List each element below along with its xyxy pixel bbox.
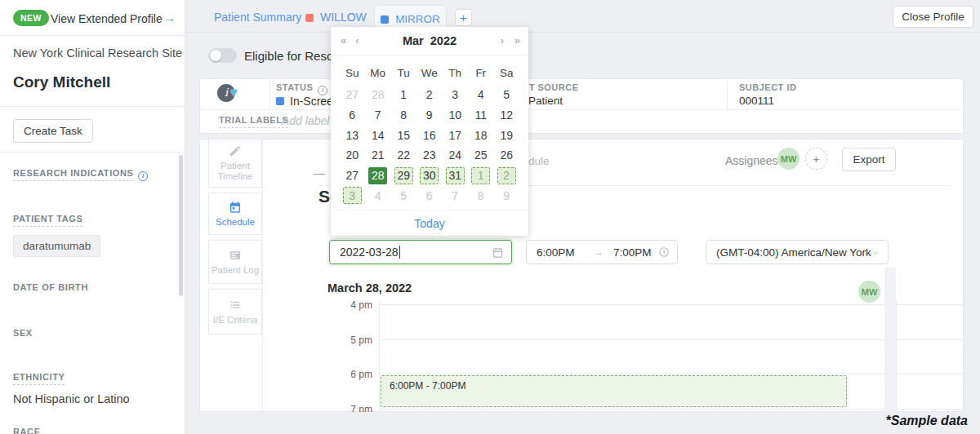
calendar-grid: 2728123456789101112131415161718192021222…	[331, 85, 528, 206]
calendar-day[interactable]: 5	[494, 85, 520, 105]
timeline-scrollbar[interactable]	[884, 268, 896, 412]
nav-tab-schedule[interactable]: Schedule	[208, 193, 262, 235]
calendar-day[interactable]: 1	[391, 85, 417, 105]
nav-tab-ie-criteria[interactable]: I/E Criteria	[208, 289, 262, 334]
nav-tab-patient-timeline[interactable]: Patient Timeline	[208, 139, 262, 188]
tab-willow[interactable]: WILLOW	[305, 11, 367, 24]
next-year-button[interactable]: »	[514, 34, 520, 46]
calendar-day[interactable]: 17	[443, 125, 469, 145]
calendar-day[interactable]: 12	[494, 105, 520, 126]
calendar-day[interactable]: 19	[494, 125, 520, 145]
sidebar: NEW View Extended Profile → New York Cli…	[0, 0, 185, 434]
calendar-day[interactable]: 18	[468, 125, 494, 145]
calendar-month[interactable]: Mar	[403, 34, 424, 47]
calendar-day[interactable]: 11	[468, 105, 494, 126]
calendar-day[interactable]: 26	[494, 145, 520, 166]
calendar-day[interactable]: 8	[468, 185, 494, 206]
hour-label: 4 pm	[325, 301, 372, 311]
calendar-dayname: Su	[340, 64, 366, 82]
calendar-day[interactable]: 9	[494, 185, 520, 206]
calendar-day[interactable]: 29	[391, 166, 417, 186]
calendar-day[interactable]: 14	[365, 125, 391, 145]
calendar-day[interactable]: 9	[416, 105, 443, 126]
today-link[interactable]: Today	[414, 217, 444, 230]
schedule-text-fragment: dule	[528, 155, 550, 167]
calendar-day[interactable]: 5	[391, 185, 417, 206]
hour-label: 7 pm	[325, 404, 372, 413]
event-block[interactable]: 6:00PM - 7:00PM	[381, 375, 847, 407]
view-extended-profile-link[interactable]: View Extended Profile	[51, 12, 163, 25]
nav-tab-patient-log[interactable]: Patient Log	[208, 240, 262, 284]
mirror-dot-icon	[381, 16, 389, 24]
info-icon[interactable]: i	[138, 171, 148, 181]
next-day-border	[896, 301, 897, 412]
calendar-day[interactable]: 27	[340, 85, 366, 105]
calendar-day[interactable]: 30	[416, 166, 443, 186]
willow-dot-icon	[305, 14, 314, 22]
date-input[interactable]: 2022-03-28	[329, 240, 512, 264]
add-label-input[interactable]: Add label	[282, 114, 329, 127]
calendar-day[interactable]: 31	[443, 166, 469, 186]
subject-id-value: 000111	[739, 95, 774, 107]
calendar-day[interactable]: 7	[443, 185, 469, 206]
calendar-dayname: Fr	[468, 64, 494, 82]
trial-labels-label: TRIAL LABELS	[219, 115, 288, 125]
sidebar-scrollbar[interactable]	[179, 155, 183, 296]
close-profile-button[interactable]: Close Profile	[893, 6, 973, 28]
toggle-knob	[210, 50, 221, 61]
text-caret	[399, 246, 400, 259]
assignees-label: Assignees	[725, 154, 778, 167]
calendar-day[interactable]: 23	[416, 145, 443, 166]
arrow-right-icon[interactable]: →	[163, 11, 176, 24]
add-tab-button[interactable]: +	[455, 9, 472, 26]
clock-icon	[658, 246, 670, 258]
calendar-day[interactable]: 6	[416, 185, 443, 206]
day-header: March 28, 2022	[327, 281, 412, 294]
calendar-day[interactable]: 2	[416, 85, 443, 105]
calendar-day[interactable]: 8	[391, 105, 417, 126]
calendar-day[interactable]: 6	[340, 105, 366, 126]
hidden-range-dash-fragment: —	[314, 166, 325, 179]
subject-id-label: SUBJECT ID	[739, 82, 796, 92]
ethnicity-value: Not Hispanic or Latino	[13, 392, 130, 405]
next-month-button[interactable]: ›	[501, 34, 504, 46]
info-icon[interactable]: i	[318, 86, 327, 95]
time-range-input[interactable]: 6:00PM → 7:00PM	[526, 240, 678, 264]
calendar-day[interactable]: 28	[365, 166, 391, 186]
export-button[interactable]: Export	[842, 148, 896, 171]
calendar-day[interactable]: 4	[365, 185, 391, 206]
calendar-day[interactable]: 10	[443, 105, 469, 126]
calendar-day[interactable]: 27	[340, 166, 366, 186]
calendar-day[interactable]: 21	[365, 145, 391, 166]
calendar-icon	[229, 201, 242, 214]
hour-gridline	[379, 409, 964, 410]
calendar-day[interactable]: 1	[468, 166, 494, 186]
add-assignee-button[interactable]: +	[805, 148, 827, 170]
calendar-day[interactable]: 24	[443, 145, 469, 166]
calendar-day[interactable]: 22	[391, 145, 417, 166]
calendar-day[interactable]: 7	[365, 105, 391, 126]
tab-patient-summary[interactable]: Patient Summary	[214, 11, 301, 24]
calendar-day[interactable]: 28	[365, 85, 391, 105]
calendar-day[interactable]: 25	[468, 145, 494, 166]
calendar-day[interactable]: 3	[340, 185, 366, 206]
rescreening-toggle[interactable]	[208, 48, 237, 63]
calendar-day[interactable]: 15	[391, 125, 417, 145]
calendar-year[interactable]: 2022	[430, 34, 457, 47]
calendar-day[interactable]: 16	[416, 125, 443, 145]
divider	[270, 78, 270, 109]
chevron-down-icon	[871, 248, 880, 258]
calendar-day[interactable]: 20	[340, 145, 366, 166]
calendar-day[interactable]: 2	[494, 166, 520, 186]
create-task-button[interactable]: Create Task	[13, 119, 93, 143]
calendar-day[interactable]: 13	[340, 125, 366, 145]
calendar-daynames: SuMoTuWeThFrSa	[331, 64, 528, 82]
calendar-dayname: Sa	[494, 64, 520, 82]
calendar-day[interactable]: 3	[443, 85, 469, 105]
timezone-select[interactable]: (GMT-04:00) America/New York	[706, 240, 889, 264]
research-indications-label: RESEARCH INDICATIONSi	[13, 168, 148, 181]
calendar-small-icon	[492, 246, 504, 259]
race-label: RACE	[13, 427, 41, 434]
calendar-day[interactable]: 4	[468, 85, 494, 105]
ethnicity-label: ETHNICITY	[13, 372, 65, 382]
